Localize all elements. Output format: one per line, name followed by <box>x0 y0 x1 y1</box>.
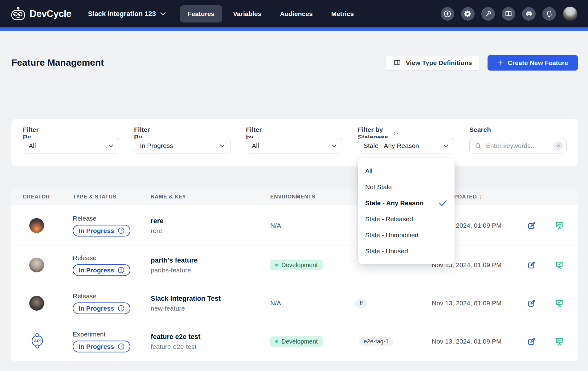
table-row[interactable]: Release In Progress Slack Integration Te… <box>11 284 578 322</box>
col-updated[interactable]: UPDATED ↓ <box>450 189 483 205</box>
col-environments: ENVIRONMENTS <box>270 189 316 205</box>
environments-cell: Development <box>270 259 323 270</box>
create-new-feature-label: Create New Feature <box>508 59 568 67</box>
feature-type: Release <box>73 254 130 261</box>
search-placeholder: Enter keywords... <box>486 142 536 149</box>
table-row[interactable]: API Experiment In Progress feature e2e t… <box>11 322 578 360</box>
tab-features[interactable]: Features <box>180 5 223 22</box>
notifications-button[interactable] <box>542 7 556 21</box>
table-row[interactable]: Release In Progress parth's feature part… <box>11 246 578 284</box>
filter-staleness-select[interactable]: Stale - Any Reason <box>358 138 454 153</box>
menu-item-stale-unused[interactable]: Stale - Unused <box>358 243 455 259</box>
edit-feature-button[interactable] <box>526 336 537 347</box>
edit-pencil-icon <box>527 299 536 308</box>
menu-item-stale-released[interactable]: Stale - Released <box>358 211 455 227</box>
feature-key: feature-e2e-test <box>151 343 200 350</box>
feature-key: rere <box>151 227 164 234</box>
environment-badge: Development <box>270 336 323 347</box>
alert-circle-icon <box>118 305 125 312</box>
edit-feature-button[interactable] <box>526 298 537 309</box>
edit-feature-button[interactable] <box>526 259 537 271</box>
brand-name: DevCycle <box>30 8 71 19</box>
discord-icon <box>525 10 533 18</box>
menu-item-stale-unmodified[interactable]: Stale - Unmodified <box>358 227 455 243</box>
alert-circle-icon <box>118 343 125 350</box>
checkmark-icon <box>439 200 447 206</box>
chevron-down-icon <box>108 144 113 147</box>
api-creator-icon: API <box>29 332 45 349</box>
menu-item-all[interactable]: All <box>358 163 455 179</box>
settings-button[interactable] <box>461 7 475 21</box>
creator-cell <box>29 258 44 272</box>
edit-feature-button[interactable] <box>526 220 537 231</box>
status-badge: In Progress <box>73 264 130 276</box>
feature-name: Slack Integration Test <box>151 294 221 302</box>
search-label: Search <box>469 126 491 133</box>
search-input[interactable]: Enter keywords... × <box>469 138 567 153</box>
table-row[interactable]: Release In Progress rere rere N/A Nov <box>11 205 578 246</box>
alert-circle-icon <box>118 267 125 273</box>
presentation-chart-icon <box>555 260 564 270</box>
creator-avatar <box>29 296 44 311</box>
filter-type-value: All <box>252 142 259 149</box>
feature-name: rere <box>151 217 164 225</box>
project-selector[interactable]: Slack Integration 123 <box>88 10 166 18</box>
tab-audiences[interactable]: Audiences <box>272 5 320 22</box>
col-creator: CREATOR <box>23 189 50 205</box>
chevron-down-icon <box>160 12 166 15</box>
filter-creator-value: All <box>29 142 36 149</box>
tab-metrics[interactable]: Metrics <box>324 5 362 22</box>
feature-results-button[interactable] <box>554 259 565 271</box>
menu-item-stale-any-reason[interactable]: Stale - Any Reason <box>358 195 455 211</box>
tags-cell: ff <box>355 299 367 308</box>
add-circle-button[interactable] <box>441 7 454 21</box>
chevron-down-icon <box>332 144 337 147</box>
edit-pencil-icon <box>527 221 536 230</box>
col-type-status: TYPE & STATUS <box>73 189 116 205</box>
search-clear-button[interactable]: × <box>554 141 563 150</box>
accent-bar <box>0 27 588 31</box>
settings-gear-icon <box>464 10 472 18</box>
docs-button[interactable] <box>502 7 515 21</box>
features-table: CREATOR TYPE & STATUS NAME & KEY ENVIRON… <box>11 189 578 361</box>
feature-results-button[interactable] <box>554 220 565 231</box>
filter-creator-select[interactable]: All <box>23 138 119 153</box>
user-avatar[interactable] <box>563 6 578 21</box>
type-status-cell: Release In Progress <box>73 214 130 236</box>
name-key-cell: feature e2e test feature-e2e-test <box>151 332 200 350</box>
feature-type: Release <box>73 292 130 300</box>
tags-cell: e2e-tag-1 <box>359 337 393 346</box>
filter-type-select[interactable]: All <box>246 138 342 153</box>
edit-pencil-icon <box>527 260 536 270</box>
tab-variables[interactable]: Variables <box>225 5 269 22</box>
tag-pill: ff <box>355 299 367 308</box>
discord-button[interactable] <box>522 7 536 21</box>
view-type-definitions-button[interactable]: View Type Definitions <box>386 55 480 71</box>
api-keys-button[interactable] <box>481 7 495 21</box>
name-key-cell: Slack Integration Test new-feature <box>151 294 221 312</box>
filter-status-value: In Progress <box>140 142 173 149</box>
navbar-actions <box>441 6 578 21</box>
menu-item-not-stale[interactable]: Not Stale <box>358 179 455 195</box>
creator-cell <box>29 218 44 233</box>
info-icon[interactable] <box>394 130 398 137</box>
view-type-definitions-label: View Type Definitions <box>406 59 472 67</box>
environments-cell: Development <box>270 336 323 347</box>
feature-results-button[interactable] <box>554 298 565 309</box>
bell-icon <box>545 10 553 18</box>
environments-cell: N/A <box>270 300 281 307</box>
filter-status-select[interactable]: In Progress <box>134 138 231 153</box>
top-navbar: DevCycle Slack Integration 123 Features … <box>0 0 588 27</box>
plus-icon <box>497 60 503 66</box>
main-nav-tabs: Features Variables Audiences Metrics <box>180 5 362 22</box>
create-new-feature-button[interactable]: Create New Feature <box>488 55 578 71</box>
presentation-chart-icon <box>555 299 564 308</box>
sort-descending-icon: ↓ <box>480 194 483 200</box>
feature-results-button[interactable] <box>554 336 565 347</box>
table-header: CREATOR TYPE & STATUS NAME & KEY ENVIRON… <box>11 189 578 205</box>
devcycle-logo[interactable]: DevCycle <box>10 7 71 21</box>
environment-dot-icon <box>275 340 278 343</box>
filter-bar: Filter By Creator All Filter By Status I… <box>11 119 578 166</box>
header-divider <box>11 80 578 80</box>
search-icon <box>475 142 482 149</box>
